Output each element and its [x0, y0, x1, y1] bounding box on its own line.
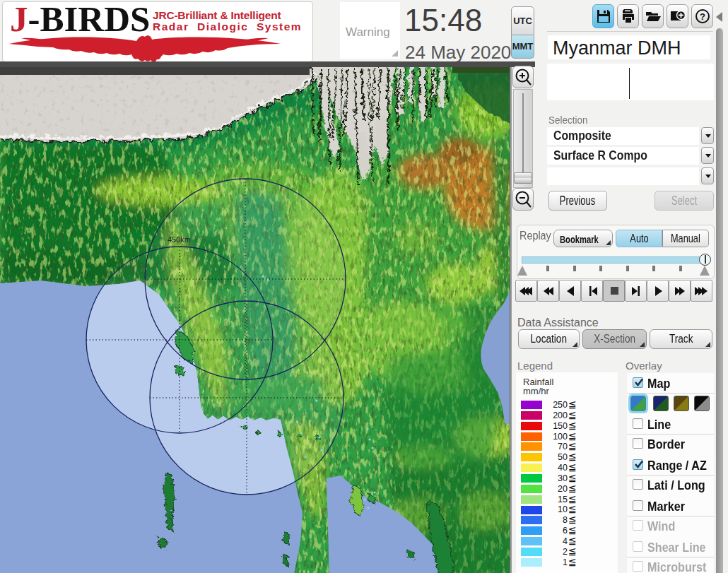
svg-text:450km: 450km [168, 235, 191, 244]
svg-text:?: ? [700, 11, 705, 22]
